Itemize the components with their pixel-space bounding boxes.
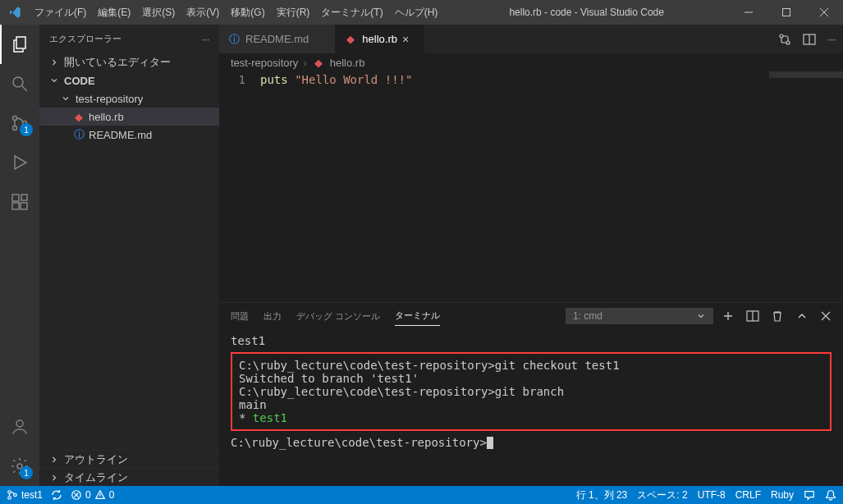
outline-section[interactable]: アウトライン [39,450,219,468]
svg-rect-1 [783,9,790,16]
workspace-root[interactable]: CODE [39,71,219,89]
status-notifications-icon[interactable] [825,489,836,501]
terminal-line: C:\ruby_lecture\code\test-repository>git… [239,385,823,398]
menu-help[interactable]: ヘルプ(H) [389,6,444,20]
minimap[interactable] [769,71,843,302]
status-warnings-count: 0 [109,489,115,501]
status-problems[interactable]: 0 0 [71,489,114,501]
menu-selection[interactable]: 選択(S) [136,6,181,20]
status-branch[interactable]: test1 [7,489,43,501]
ruby-file-icon: ◆ [312,57,325,69]
workspace-root-label: CODE [64,75,95,87]
editor-tabs: ⓘ README.md × ◆ hello.rb × [219,25,772,53]
chevron-down-icon [696,311,706,321]
svg-rect-4 [16,37,25,48]
terminal-selector-label: 1: cmd [573,310,602,322]
activity-source-control[interactable]: 1 [0,103,39,143]
window-minimize-button[interactable] [730,0,767,25]
info-file-icon: ⓘ [227,32,241,47]
code-token [288,73,295,86]
compare-changes-icon[interactable] [778,33,791,46]
window-close-button[interactable] [805,0,843,25]
chevron-right-icon [49,473,61,483]
terminal-cursor [487,437,493,449]
chevron-down-icon [49,76,61,85]
sidebar-more-icon[interactable]: ··· [202,34,209,44]
terminal-selector[interactable]: 1: cmd [566,308,713,324]
panel-tab-problems[interactable]: 問題 [231,307,249,326]
folder-test-repository[interactable]: test-repository [39,89,219,108]
status-eol[interactable]: CRLF [735,489,761,501]
status-spaces[interactable]: スペース: 2 [637,488,687,502]
timeline-section[interactable]: タイムライン [39,468,219,486]
status-language[interactable]: Ruby [771,489,794,501]
status-bar: test1 0 0 行 1、列 23 スペース: 2 UTF-8 CRLF Ru… [0,486,843,504]
breadcrumb-file[interactable]: hello.rb [330,57,365,69]
svg-point-18 [786,41,790,44]
split-editor-icon[interactable] [803,33,816,46]
split-terminal-icon[interactable] [746,309,759,323]
activity-bar: 1 1 [0,25,39,486]
sidebar-explorer: エクスプローラー ··· 開いているエディター CODE test-reposi… [39,25,219,486]
panel: 問題 出力 デバッグ コンソール ターミナル 1: cmd [219,302,843,486]
terminal-body[interactable]: test1 C:\ruby_lecture\code\test-reposito… [219,329,843,486]
menu-run[interactable]: 実行(R) [271,6,316,20]
status-sync[interactable] [51,489,62,501]
menu-file[interactable]: ファイル(F) [29,6,92,20]
code-token: puts [260,73,288,86]
breadcrumbs[interactable]: test-repository › ◆ hello.rb [219,53,843,71]
terminal-line: Switched to branch 'test1' [239,372,823,385]
minimap-slider[interactable] [769,71,843,78]
file-hello-rb[interactable]: ◆ hello.rb [39,108,219,126]
activity-accounts[interactable] [0,407,39,447]
terminal-current-branch: test1 [253,411,287,424]
maximize-panel-icon[interactable] [795,309,809,323]
menu-edit[interactable]: 編集(E) [92,6,136,20]
panel-tab-debug[interactable]: デバッグ コンソール [296,307,380,326]
more-actions-icon[interactable]: ··· [827,33,836,45]
open-editors-section[interactable]: 開いているエディター [39,53,219,71]
tab-label: README.md [245,33,309,45]
status-feedback-icon[interactable] [804,489,815,501]
activity-settings[interactable]: 1 [0,447,39,486]
status-ln-col[interactable]: 行 1、列 23 [576,488,628,502]
svg-point-17 [780,34,783,38]
terminal-prompt-line: C:\ruby_lecture\code\test-repository> [231,436,832,449]
svg-rect-11 [12,195,19,201]
new-terminal-icon[interactable] [722,309,735,323]
breadcrumb-folder[interactable]: test-repository [231,57,298,69]
code-content[interactable]: puts "Hello World !!!" [260,71,769,302]
svg-point-15 [16,420,23,427]
file-label: README.md [89,129,152,141]
file-label: hello.rb [89,111,124,123]
svg-marker-10 [15,156,26,169]
panel-tab-terminal[interactable]: ターミナル [395,306,440,326]
file-readme-md[interactable]: ⓘ README.md [39,126,219,144]
svg-point-7 [13,117,17,121]
activity-explorer[interactable] [0,25,39,64]
status-encoding[interactable]: UTF-8 [698,489,726,501]
activity-run-debug[interactable] [0,143,39,182]
titlebar: ファイル(F) 編集(E) 選択(S) 表示(V) 移動(G) 実行(R) ター… [0,0,843,25]
svg-point-5 [13,77,23,87]
menu-terminal[interactable]: ターミナル(T) [315,6,388,20]
activity-search[interactable] [0,64,39,103]
activity-extensions[interactable] [0,182,39,222]
svg-rect-12 [12,203,19,209]
svg-point-25 [8,491,11,494]
svg-rect-13 [21,203,27,209]
editor-body[interactable]: 1 puts "Hello World !!!" [219,71,843,302]
tab-readme[interactable]: ⓘ README.md × [219,25,336,53]
tab-hello[interactable]: ◆ hello.rb × [336,25,424,53]
terminal-line: C:\ruby_lecture\code\test-repository>git… [239,359,823,372]
kill-terminal-icon[interactable] [771,309,784,323]
folder-label: test-repository [76,93,143,105]
menu-go[interactable]: 移動(G) [225,6,270,20]
close-panel-icon[interactable] [820,310,832,322]
panel-tab-output[interactable]: 出力 [263,307,282,326]
tab-close-icon[interactable]: × [402,33,415,46]
window-maximize-button[interactable] [767,0,805,25]
menu-view[interactable]: 表示(V) [181,6,225,20]
sidebar-title: エクスプローラー [49,33,121,45]
line-number: 1 [219,73,245,86]
